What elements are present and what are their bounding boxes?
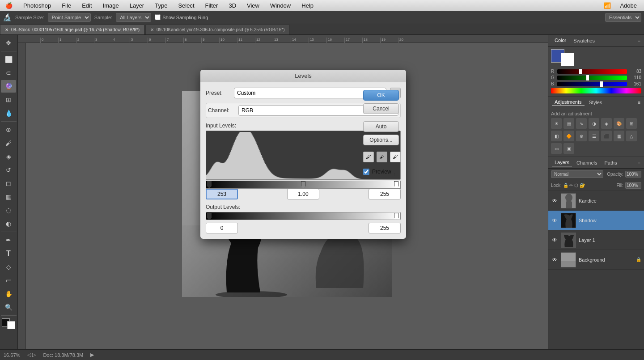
b-thumb[interactable]: [600, 81, 603, 87]
pen-tool[interactable]: ✒: [1, 234, 16, 246]
blur-tool[interactable]: ◌: [1, 204, 16, 216]
options-button[interactable]: Options...: [363, 135, 399, 145]
layer-eye-kandice[interactable]: 👁: [551, 197, 558, 204]
curves-adj-icon[interactable]: ∿: [576, 118, 587, 129]
r-thumb[interactable]: [579, 68, 582, 75]
ok-button[interactable]: OK: [363, 90, 399, 101]
apple-menu[interactable]: 🍎: [4, 1, 14, 10]
menu-3d[interactable]: 3D: [227, 1, 238, 10]
menu-select[interactable]: Select: [176, 1, 196, 10]
tab-kandice[interactable]: ✕ 09-10KandiceLynn19-306-to-composite.ps…: [145, 25, 290, 34]
eyedropper-tool-icon[interactable]: 🔬: [3, 13, 12, 21]
menu-image[interactable]: Image: [101, 1, 121, 10]
eyedropper-tool[interactable]: 💧: [1, 107, 16, 119]
hsl-adj-icon[interactable]: 🎨: [614, 118, 624, 129]
colorbalance-adj-icon[interactable]: ⊞: [626, 118, 637, 129]
layer-item-shadow[interactable]: 👁 Shadow: [548, 211, 644, 230]
styles-tab[interactable]: Styles: [586, 99, 605, 106]
brush-tool[interactable]: 🖌: [1, 137, 16, 149]
menu-view[interactable]: View: [245, 1, 261, 10]
white-eyedropper[interactable]: 🖋: [390, 152, 401, 162]
menu-type[interactable]: Type: [153, 1, 169, 10]
lasso-tool[interactable]: ⊂: [1, 67, 16, 79]
colorlookup-adj-icon[interactable]: ☰: [589, 131, 599, 141]
threshold-adj-icon[interactable]: △: [626, 131, 637, 141]
sample-size-select[interactable]: Point Sample: [48, 13, 91, 22]
brightness-adj-icon[interactable]: ☀: [551, 118, 562, 129]
cancel-button[interactable]: Cancel: [363, 103, 399, 114]
background-color[interactable]: [7, 321, 15, 329]
shape-tool[interactable]: ▭: [1, 274, 16, 287]
crop-tool[interactable]: ⊞: [1, 93, 16, 106]
g-thumb[interactable]: [586, 75, 589, 81]
histogram-slider[interactable]: ↑: [206, 181, 401, 189]
menu-window[interactable]: Window: [268, 1, 292, 10]
sample-select[interactable]: All Layers: [116, 13, 151, 22]
play-btn[interactable]: ▶: [90, 352, 94, 358]
white-point-slider[interactable]: [394, 181, 398, 188]
invert-adj-icon[interactable]: ⬛: [601, 131, 612, 141]
midtone-slider[interactable]: [301, 181, 305, 188]
heal-tool[interactable]: ⊕: [1, 123, 16, 136]
output-black-field[interactable]: 0: [206, 223, 238, 233]
channelmix-adj-icon[interactable]: ⊛: [576, 131, 587, 141]
opacity-input[interactable]: [625, 171, 641, 178]
menu-photoshop[interactable]: Photoshop: [21, 1, 53, 10]
g-slider[interactable]: [557, 76, 627, 80]
layer-item-layer1[interactable]: 👁 Layer 1: [548, 230, 644, 250]
exposure-adj-icon[interactable]: ◑: [589, 118, 599, 129]
layers-menu-icon[interactable]: ≡: [638, 160, 640, 165]
layer-eye-background[interactable]: 👁: [551, 256, 558, 263]
channels-tab[interactable]: Channels: [574, 159, 600, 166]
gradient-tool[interactable]: ▦: [1, 191, 16, 203]
adj-panel-menu-icon[interactable]: ≡: [638, 100, 640, 105]
levels-adj-icon[interactable]: ▤: [564, 118, 574, 129]
selectivecolor-adj-icon[interactable]: ▣: [564, 143, 574, 154]
history-brush[interactable]: ↺: [1, 164, 16, 176]
layer-item-kandice[interactable]: 👁 Kandice: [548, 191, 644, 211]
swatches-tab[interactable]: Swatches: [571, 37, 597, 44]
quick-select-tool[interactable]: 🔮: [1, 80, 16, 93]
eraser-tool[interactable]: ◻: [1, 177, 16, 190]
workspace-select[interactable]: Essentials: [605, 13, 641, 22]
dodge-tool[interactable]: ◐: [1, 217, 16, 230]
nav-arrows[interactable]: ◁ ▷: [27, 352, 36, 358]
show-sampling-ring-checkbox[interactable]: [155, 14, 161, 20]
adjustments-tab[interactable]: Adjustments: [552, 98, 585, 106]
vibrance-adj-icon[interactable]: ◈: [601, 118, 612, 129]
black-eyedropper[interactable]: 🖋: [363, 152, 374, 162]
input-mid-field[interactable]: 1.00: [287, 189, 319, 199]
layer-eye-shadow[interactable]: 👁: [551, 217, 558, 224]
menu-file[interactable]: File: [60, 1, 73, 10]
posterize-adj-icon[interactable]: ▦: [614, 131, 624, 141]
menu-edit[interactable]: Edit: [80, 1, 93, 10]
menu-help[interactable]: Help: [300, 1, 315, 10]
fill-input[interactable]: [625, 182, 641, 189]
menu-layer[interactable]: Layer: [128, 1, 146, 10]
paths-tab[interactable]: Paths: [602, 159, 620, 166]
show-sampling-ring-label[interactable]: Show Sampling Ring: [155, 14, 208, 20]
text-tool[interactable]: T: [1, 247, 16, 260]
layer-item-background[interactable]: 👁 Background 🔒: [548, 250, 644, 270]
layers-tab[interactable]: Layers: [552, 159, 572, 166]
move-tool[interactable]: ✥: [1, 37, 16, 49]
input-black-field[interactable]: 253: [206, 189, 238, 199]
spectrum-bar[interactable]: [551, 88, 641, 93]
color-tab[interactable]: Color: [552, 37, 569, 44]
menu-filter[interactable]: Filter: [203, 1, 220, 10]
r-slider[interactable]: [557, 69, 627, 74]
blend-mode-select[interactable]: Normal: [551, 170, 603, 178]
tab-shadow[interactable]: ✕ 08-iStock_000011057163Large.psd @ 16.7…: [0, 25, 144, 34]
output-slider[interactable]: [206, 212, 401, 220]
output-white-field[interactable]: 255: [369, 223, 401, 233]
preview-checkbox[interactable]: [363, 169, 369, 175]
marquee-tool[interactable]: ⬜: [1, 53, 16, 66]
photofilter-adj-icon[interactable]: 🔶: [564, 131, 574, 141]
background-swatch[interactable]: [561, 53, 574, 66]
b-slider[interactable]: [557, 82, 627, 86]
auto-button[interactable]: Auto: [363, 121, 399, 132]
output-black-slider[interactable]: [207, 213, 212, 220]
zoom-tool[interactable]: 🔍: [1, 301, 16, 313]
gray-eyedropper[interactable]: 🖋: [377, 152, 387, 162]
panel-menu-icon[interactable]: ≡: [638, 38, 640, 43]
